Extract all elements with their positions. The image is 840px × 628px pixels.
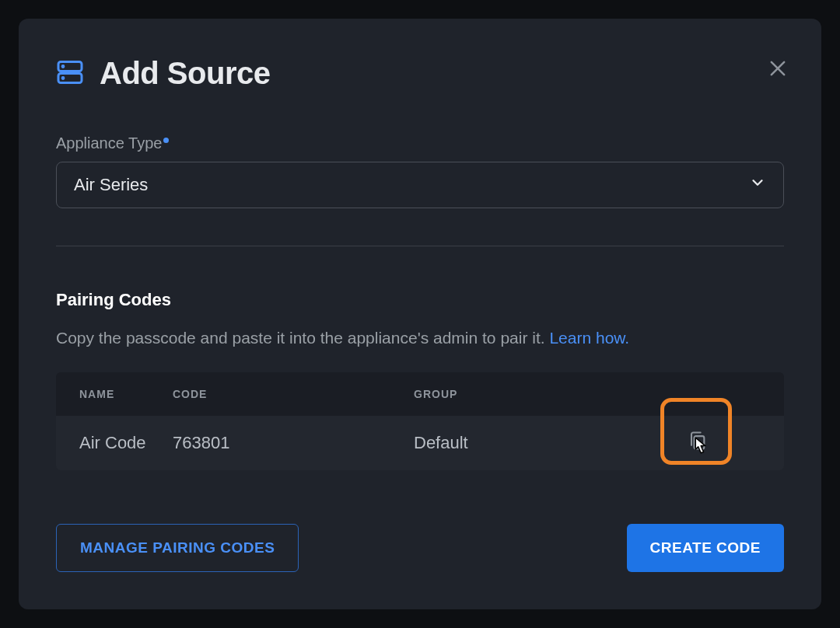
svg-rect-6 [695,436,705,448]
desc-text: Copy the passcode and paste it into the … [56,329,549,347]
cell-code: 763801 [173,433,414,453]
modal-header: Add Source [56,56,784,91]
col-group: GROUP [414,388,585,400]
add-source-modal: Add Source Appliance Type Air Series Pai… [19,19,821,609]
svg-point-5 [62,77,64,78]
svg-point-4 [62,65,64,67]
appliance-type-select[interactable]: Air Series [56,162,784,208]
cell-name: Air Code [79,433,173,453]
chevron-down-icon [749,174,766,196]
table-header: NAME CODE GROUP [56,372,784,416]
pairing-codes-title: Pairing Codes [56,290,784,310]
field-label-text: Appliance Type [56,134,162,152]
required-indicator-icon [163,138,169,143]
modal-title: Add Source [100,56,270,91]
manage-pairing-codes-button[interactable]: MANAGE PAIRING CODES [56,524,299,572]
pairing-codes-table: NAME CODE GROUP Air Code 763801 Default [56,372,784,470]
copy-button[interactable] [686,436,708,455]
cell-group: Default [414,433,585,453]
appliance-type-label: Appliance Type [56,134,784,152]
col-code: CODE [173,388,414,400]
table-row: Air Code 763801 Default [56,416,784,470]
select-value: Air Series [74,175,148,195]
copy-code-action [686,430,708,456]
close-icon [767,58,789,79]
copy-icon [686,430,708,452]
divider [56,246,784,246]
pairing-codes-desc: Copy the passcode and paste it into the … [56,329,784,347]
learn-how-link[interactable]: Learn how. [549,329,629,347]
create-code-button[interactable]: CREATE CODE [627,524,784,572]
close-button[interactable] [762,53,793,84]
modal-footer: MANAGE PAIRING CODES CREATE CODE [56,524,784,572]
pairing-codes-section: Pairing Codes Copy the passcode and past… [56,290,784,470]
source-icon [56,58,84,89]
col-name: NAME [79,388,173,400]
appliance-type-field: Appliance Type Air Series [56,134,784,208]
